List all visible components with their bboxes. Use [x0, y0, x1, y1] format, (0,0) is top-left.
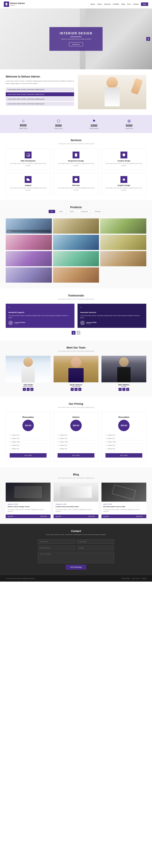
- blog-more-link-1[interactable]: Read More →: [40, 516, 49, 517]
- blog-author-3: By Admin: [103, 516, 109, 517]
- testimonial-next-button[interactable]: ❯: [77, 331, 80, 335]
- blog-author-2: By Admin: [56, 516, 61, 517]
- product-item-3[interactable]: [100, 218, 146, 234]
- product-item-8[interactable]: [53, 251, 99, 266]
- tab-exterior[interactable]: Exterior: [67, 210, 77, 213]
- nav-services[interactable]: Services: [104, 3, 111, 5]
- nav-faq[interactable]: FAQ: [127, 3, 130, 5]
- services-title: Services: [6, 138, 146, 142]
- pricing-feature-1-5: Feature Five: [10, 447, 47, 451]
- pricing-feature-2-2: Feature Two: [58, 437, 94, 440]
- contact-subject-input[interactable]: [77, 546, 114, 550]
- pricing-plan-1-price: $10.00: [23, 420, 34, 431]
- tab-living-room[interactable]: Living Room: [78, 210, 90, 213]
- hero-next-arrow[interactable]: ❯: [146, 37, 150, 41]
- team-social-3: f t in: [101, 388, 146, 391]
- social-li-1[interactable]: in: [30, 388, 33, 391]
- pricing-btn-2[interactable]: BUY NOW: [58, 453, 94, 458]
- author-info-2: Jacques Phillips Developer: [86, 322, 97, 324]
- social-fb-1[interactable]: f: [23, 388, 26, 391]
- hero-cta-button[interactable]: Read More: [69, 42, 83, 46]
- stat-awards: ⊞ 5000 Awards Won: [125, 119, 133, 129]
- person3-body: [117, 367, 130, 382]
- hero-title: INTERIOR DESIGN: [56, 32, 96, 35]
- team-section: Meet Our Team Lorem ipsum dolor sit amet…: [0, 340, 152, 397]
- testimonial-text-1: Lorem ipsum dolor sit amet, consectetur …: [8, 314, 72, 319]
- blog-more-link-3[interactable]: Read More →: [136, 516, 144, 517]
- form-row-2: [38, 546, 114, 550]
- contact-submit-button[interactable]: Send Message: [66, 565, 86, 569]
- social-tw-3[interactable]: t: [122, 388, 125, 391]
- product-item-7[interactable]: [6, 251, 52, 266]
- blog-date-2: February 10, 2024: [56, 503, 96, 505]
- social-fb-3[interactable]: f: [119, 388, 122, 391]
- social-li-3[interactable]: in: [126, 388, 129, 391]
- team-member-3: Mike Williams Architect f t in: [101, 356, 146, 391]
- contact-name-input[interactable]: [38, 539, 75, 544]
- product-item-11[interactable]: [53, 268, 99, 283]
- contact-email-input[interactable]: [77, 539, 114, 544]
- blog-excerpt-1: Lorem ipsum dolor sit amet, consectetur …: [8, 509, 49, 513]
- blog-post-2: February 10, 2024 Creative Home Decorati…: [54, 483, 98, 518]
- service-web-dev-desc: Lorem ipsum dolor sit amet, consectetur …: [9, 163, 47, 166]
- pricing-plan-1: Renovation $10.00 Feature One Feature Tw…: [6, 412, 51, 462]
- nav-contact[interactable]: Contact: [133, 3, 139, 5]
- welcome-right: [78, 75, 146, 109]
- pricing-plan-1-features: Feature One Feature Two Feature Three Fe…: [10, 433, 47, 451]
- services-subtitle: Lorem ipsum dolor sit amet, consectetur …: [6, 143, 146, 145]
- service-graphic-name: Graphic Design: [105, 184, 143, 186]
- pricing-plan-2-name: Interior: [58, 416, 94, 418]
- contact-phone-input[interactable]: [38, 546, 75, 550]
- author-role-1: Designer: [14, 323, 25, 324]
- blog-img-2: [54, 483, 98, 502]
- contact-message-input[interactable]: [38, 552, 114, 563]
- social-tw-2[interactable]: t: [74, 388, 78, 391]
- stat-projects-icon: ⬡: [54, 119, 62, 123]
- product-item-2[interactable]: [53, 218, 99, 234]
- logo-subtitle: Interior: [10, 5, 25, 6]
- footer-terms-link[interactable]: Terms of Use: [132, 578, 140, 579]
- main-nav: Home About Services Portfolio Blog FAQ C…: [90, 2, 148, 6]
- contact-form: Send Message: [38, 539, 114, 569]
- form-submit-container: Send Message: [38, 565, 114, 569]
- blog-img-1: [6, 483, 51, 502]
- product-item-10[interactable]: [6, 268, 52, 283]
- footer-sitemap-link[interactable]: Sitemap: [141, 578, 146, 579]
- pricing-btn-3[interactable]: BUY NOW: [105, 453, 142, 458]
- social-tw-1[interactable]: t: [27, 388, 30, 391]
- service-creative-icon: [120, 152, 127, 158]
- product-item-4[interactable]: [6, 235, 52, 250]
- pricing-feature-1-1: Feature One: [10, 433, 47, 437]
- service-web-idea-desc: Lorem ipsum dolor sit amet, consectetur …: [57, 187, 95, 191]
- tab-interior[interactable]: Interior: [57, 210, 66, 213]
- product-item-9[interactable]: [100, 251, 146, 266]
- footer-privacy-link[interactable]: Privacy Policy: [122, 578, 130, 579]
- testimonial-prev-button[interactable]: ❮: [72, 331, 75, 335]
- product-item-5[interactable]: [53, 235, 99, 250]
- team-subtitle: Lorem ipsum dolor sit amet, consectetur …: [6, 350, 146, 352]
- nav-blog[interactable]: Blog: [121, 3, 125, 5]
- nav-about[interactable]: About: [97, 3, 102, 5]
- nav-home[interactable]: Home: [90, 3, 95, 5]
- pricing-feature-3-4: Feature Four: [105, 444, 142, 447]
- tab-decoration[interactable]: Decoration: [92, 210, 103, 213]
- service-support: Support Lorem ipsum dolor sit amet, cons…: [6, 173, 51, 194]
- stat-projects-number: 3000: [54, 124, 62, 127]
- social-fb-2[interactable]: f: [71, 388, 74, 391]
- product-item-1[interactable]: Interior: [6, 218, 52, 234]
- welcome-image: [78, 75, 146, 109]
- pricing-btn-1[interactable]: BUY NOW: [10, 453, 47, 458]
- blog-more-link-2[interactable]: Read More →: [88, 516, 96, 517]
- stat-clients-icon: ☺: [19, 119, 28, 123]
- social-li-2[interactable]: in: [78, 388, 81, 391]
- service-web-idea-icon: [72, 176, 80, 183]
- pricing-title: Our Pricing: [6, 402, 146, 405]
- nav-cta-button[interactable]: Blog: [141, 2, 148, 6]
- product-item-6[interactable]: [100, 235, 146, 250]
- pricing-grid: Renovation $10.00 Feature One Feature Tw…: [6, 412, 146, 462]
- testimonial-card-1: " Wonderful Support! Lorem ipsum dolor s…: [6, 304, 74, 328]
- service-graphic-desc: Lorem ipsum dolor sit amet, consectetur …: [105, 187, 143, 191]
- stat-clients: ☺ 8000 Happy Clients: [19, 119, 28, 129]
- tab-all[interactable]: All: [49, 210, 55, 213]
- nav-portfolio[interactable]: Portfolio: [113, 3, 119, 5]
